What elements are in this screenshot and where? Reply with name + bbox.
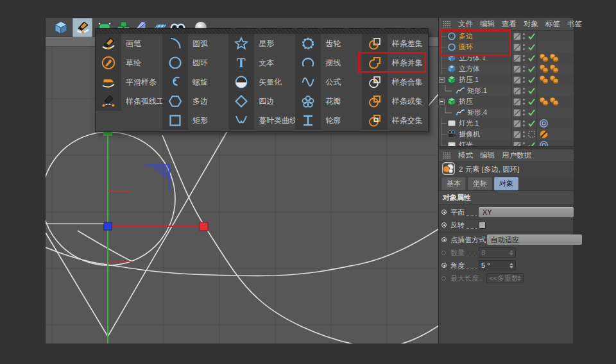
material-tag-icon[interactable] [539,97,549,106]
layer-swatch-icon[interactable] [513,142,521,147]
menu-tearoff-strip[interactable] [96,29,428,34]
layer-swatch-icon[interactable] [513,33,521,40]
enable-dots-icon[interactable] [522,43,526,51]
object-name-cell[interactable]: 矩形.1 [439,85,511,96]
menu-item-sketch-pen[interactable]: 草绘 [96,53,162,72]
object-name-cell[interactable]: 矩形.4 [439,107,511,118]
object-row-立方体.1[interactable]: 立方体.1 [439,53,574,63]
enable-dots-icon[interactable] [522,130,526,138]
keyframe-circle-icon[interactable] [441,222,450,228]
tags-cell[interactable] [536,63,563,74]
layer-swatch-icon[interactable] [513,131,521,138]
om-menu-对象[interactable]: 对象 [524,19,538,29]
menu-item-spline-intersect[interactable]: 样条交集 [362,111,428,130]
object-name-cell[interactable]: 挤压 [439,96,511,107]
keyframe-circle-icon[interactable] [441,276,450,281]
material-tag-icon[interactable] [549,64,559,74]
角度-stepper[interactable]: 5 ° [479,260,516,270]
layer-swatch-cell[interactable] [513,33,521,40]
enabled-check-icon[interactable] [527,65,536,73]
enable-check-cell[interactable] [527,76,536,84]
tags-cell[interactable] [536,107,563,118]
tab-基本[interactable]: 基本 [441,177,466,190]
material-tag-icon[interactable] [539,75,549,85]
visibility-dots-cell[interactable] [521,141,527,146]
visibility-dots-cell[interactable] [521,76,527,84]
object-name-cell[interactable]: 立方体.1 [439,53,511,63]
menu-item-n-side[interactable]: 多边 [162,92,228,111]
material-tag-icon[interactable] [549,53,559,63]
object-row-多边[interactable]: 多边 [439,31,574,42]
object-row-灯光.1[interactable]: 灯光.1 [439,118,574,129]
tags-cell[interactable] [536,53,563,63]
enable-check-cell[interactable] [527,87,536,95]
最大长度..-stepper[interactable]: <<多重数 [486,273,524,283]
layer-swatch-icon[interactable] [513,65,521,73]
数量-stepper[interactable]: 8 [479,247,516,258]
x-axis-handle[interactable] [200,222,208,231]
enabled-check-icon[interactable] [527,43,536,51]
om-menu-标签[interactable]: 标签 [545,19,560,29]
tab-对象[interactable]: 对象 [494,177,518,190]
menu-item-flower[interactable]: 花瓣 [295,92,361,111]
enable-check-cell[interactable] [527,141,536,146]
enabled-check-icon[interactable] [527,32,536,40]
object-name-cell[interactable]: 圆环 [439,42,511,53]
tags-cell[interactable] [536,140,563,146]
enabled-check-icon[interactable] [527,76,536,84]
enable-check-cell[interactable] [527,32,536,40]
layer-swatch-icon[interactable] [513,44,521,51]
stepper-arrows-icon[interactable] [509,250,513,256]
collapse-expander-icon[interactable] [439,74,447,85]
enable-check-cell[interactable] [527,119,536,128]
visibility-dots-cell[interactable] [521,108,527,117]
am-menu-模式[interactable]: 模式 [458,151,473,160]
layer-swatch-cell[interactable] [513,131,521,138]
visibility-dots-cell[interactable] [521,32,527,40]
enable-check-cell[interactable] [527,97,536,106]
enabled-check-icon[interactable] [527,108,536,117]
menu-item-profile[interactable]: 轮廓 [295,111,361,130]
layer-swatch-icon[interactable] [513,54,521,62]
om-menu-编辑[interactable]: 编辑 [480,19,495,29]
layer-swatch-cell[interactable] [513,142,521,147]
menu-item-circle[interactable]: 圆环 [162,53,228,72]
object-row-挤压.1[interactable]: 挤压.1 [439,74,574,85]
menu-item-gear[interactable]: 齿轮 [295,34,361,53]
enabled-check-icon[interactable] [527,119,536,128]
material-tag-icon[interactable] [549,97,559,106]
enable-dots-icon[interactable] [522,97,526,106]
enabled-check-icon[interactable] [527,141,536,146]
平面-dropdown[interactable]: XY [479,207,574,217]
enabled-check-icon[interactable] [527,87,536,95]
spline-circle[interactable] [46,132,175,265]
visibility-dots-cell[interactable] [521,97,527,106]
menu-item-rectangle[interactable]: 矩形 [162,111,228,130]
material-tag-icon[interactable] [539,64,549,74]
menu-item-formula[interactable]: 公式 [295,72,361,92]
tags-cell[interactable] [536,42,563,53]
object-row-挤压[interactable]: 挤压 [439,96,574,107]
enable-check-cell[interactable] [527,54,536,62]
visibility-dots-cell[interactable] [521,65,527,73]
active-camera-icon[interactable] [527,130,536,138]
layer-swatch-icon[interactable] [513,120,521,128]
object-row-立方体[interactable]: 立方体 [439,63,574,74]
stepper-arrows-icon[interactable] [517,276,521,281]
object-name-cell[interactable]: 多边 [439,31,511,42]
panel-grip-icon[interactable] [443,21,451,28]
layer-swatch-cell[interactable] [513,109,521,117]
cube-tool-button[interactable] [51,18,71,37]
spline-short-curve[interactable] [78,231,132,261]
object-name-cell[interactable]: 立方体 [439,63,511,74]
keyframe-circle-icon[interactable] [441,210,450,215]
tags-cell[interactable] [536,96,563,107]
tags-cell[interactable] [536,85,563,96]
tags-cell[interactable] [536,129,563,140]
layer-swatch-cell[interactable] [513,44,521,51]
spline-pen-tool-button[interactable] [73,18,92,37]
am-menu-用户数据[interactable]: 用户数据 [502,151,531,160]
stepper-arrows-icon[interactable] [509,263,513,269]
layer-swatch-cell[interactable] [513,98,521,106]
enable-check-cell[interactable] [527,43,536,51]
